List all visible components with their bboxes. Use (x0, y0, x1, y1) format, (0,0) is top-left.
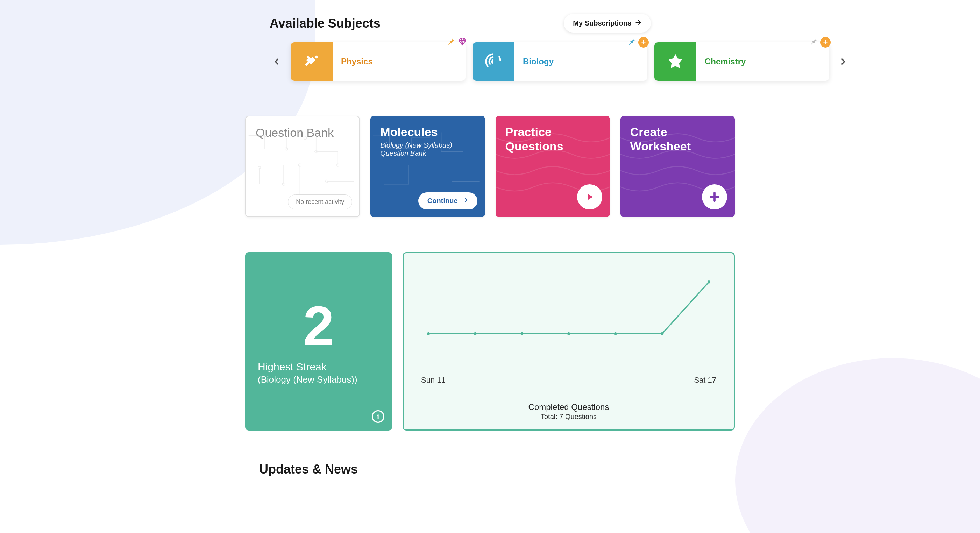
subject-card-chemistry[interactable]: Chemistry + (654, 42, 829, 81)
svg-point-19 (661, 332, 663, 335)
svg-point-17 (567, 332, 570, 335)
svg-point-16 (520, 332, 523, 335)
play-button[interactable] (577, 184, 602, 210)
tile-create-worksheet[interactable]: Create Worksheet (620, 116, 735, 217)
page-title: Available Subjects (270, 16, 380, 31)
my-subscriptions-label: My Subscriptions (573, 19, 631, 27)
chart-card: Sun 11 Sat 17 Completed Questions Total:… (402, 252, 735, 431)
info-icon[interactable]: i (372, 410, 384, 423)
streak-value: 2 (258, 298, 379, 354)
line-chart-icon (421, 267, 716, 341)
tile-question-bank[interactable]: Question Bank No recent activity (245, 116, 360, 217)
biology-icon (473, 42, 514, 81)
svg-point-1 (315, 56, 318, 59)
subject-label: Chemistry (696, 42, 754, 81)
continue-button[interactable]: Continue (418, 193, 477, 210)
tile-molecules[interactable]: Molecules Biology (New Syllabus) Questio… (371, 116, 485, 217)
chart-subtitle: Total: 7 Questions (421, 413, 716, 421)
chemistry-icon (654, 42, 696, 81)
streak-subtitle: (Biology (New Syllabus)) (258, 374, 379, 385)
subject-label: Biology (514, 42, 562, 81)
streak-card: 2 Highest Streak (Biology (New Syllabus)… (245, 252, 392, 431)
arrow-right-icon (461, 197, 468, 205)
pin-icon[interactable] (446, 37, 456, 48)
svg-point-15 (474, 332, 477, 335)
subject-card-biology[interactable]: Biology + (473, 42, 648, 81)
updates-title: Updates & News (200, 462, 780, 477)
subject-card-physics[interactable]: Physics (291, 42, 466, 81)
pin-icon[interactable] (808, 37, 818, 48)
svg-point-14 (427, 332, 430, 335)
continue-label: Continue (427, 197, 458, 205)
my-subscriptions-button[interactable]: My Subscriptions (564, 14, 651, 32)
carousel-next-button[interactable] (836, 54, 850, 68)
physics-icon (291, 42, 332, 81)
svg-point-18 (614, 332, 617, 335)
subjects-carousel: Physics Biology + (200, 42, 780, 81)
pin-icon[interactable] (627, 37, 636, 48)
chart-xlabel-last: Sat 17 (694, 375, 716, 385)
chart-xlabel-first: Sun 11 (421, 375, 445, 385)
streak-title: Highest Streak (258, 361, 379, 373)
add-worksheet-button[interactable] (702, 184, 727, 210)
add-subject-button[interactable]: + (820, 37, 830, 48)
tile-practice-questions[interactable]: Practice Questions (496, 116, 610, 217)
tile-subtitle: Biology (New Syllabus) Question Bank (380, 141, 475, 158)
premium-icon (458, 37, 467, 48)
subject-label: Physics (332, 42, 381, 81)
chart-title: Completed Questions (421, 402, 716, 412)
svg-point-20 (708, 280, 710, 283)
play-icon (584, 192, 595, 202)
add-subject-button[interactable]: + (638, 37, 649, 48)
chart-plot (421, 267, 716, 372)
arrow-right-icon (635, 19, 642, 28)
plus-icon (709, 191, 721, 203)
carousel-prev-button[interactable] (270, 54, 284, 68)
no-activity-pill: No recent activity (288, 194, 352, 210)
